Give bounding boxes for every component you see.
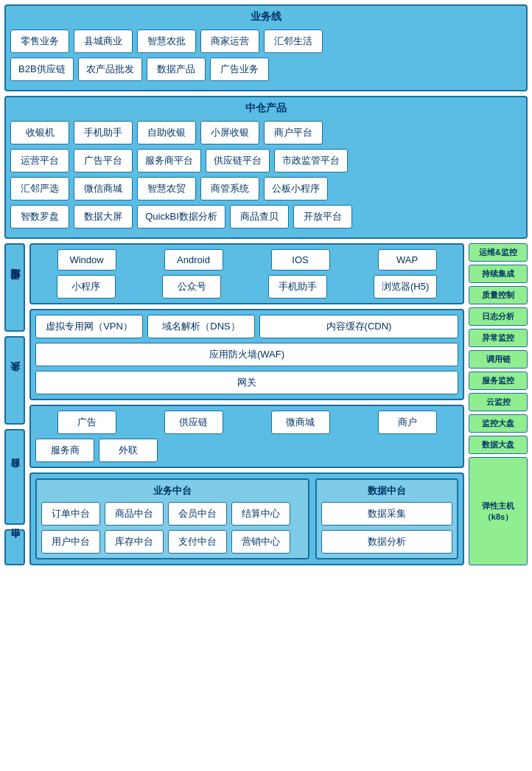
box-gongban: 公板小程序 — [264, 177, 328, 200]
sidebar-jkdp: 监控大盘 — [469, 414, 528, 433]
box-xiaochengxu: 小程序 — [57, 275, 116, 299]
jieru-section: 虚拟专用网（VPN） 域名解析（DNS） 内容缓存(CDN) 应用防火墙(WAF… — [29, 309, 464, 400]
box-waf: 应用防火墙(WAF) — [35, 343, 458, 366]
zhongcai-section: 中仓产品 收银机 手机助手 自助收银 小屏收银 商户平台 运营平台 广告平台 服… — [4, 96, 528, 239]
box-ios: IOS — [271, 249, 330, 271]
box-zhihuinm: 智慧农贸 — [137, 177, 196, 200]
zhongcai-row1: 收银机 手机助手 自助收银 小屏收银 商户平台 — [10, 121, 522, 144]
sidebar-chixu: 持续集成 — [469, 265, 528, 283]
box-kaifang: 开放平台 — [293, 205, 352, 228]
box-b2b: B2B供应链 — [10, 57, 74, 81]
box-shoujizs: 手机助手 — [74, 121, 133, 144]
qiantai-section: 广告 供应链 微商城 商户 服务商 外联 — [29, 405, 464, 468]
right-sidebar: 运维&监控 持续集成 质量控制 日志分析 异常监控 调用链 服务监控 云监控 监… — [469, 243, 528, 565]
box-android: Android — [164, 249, 223, 271]
box-gongzhonghao: 公众号 — [162, 275, 221, 299]
box-yonghu: 用户中台 — [41, 530, 100, 554]
sidebar-rizhi: 日志分析 — [469, 307, 528, 326]
qiantai-row1: 广告 供应链 微商城 商户 — [35, 411, 458, 434]
yewu-zhongtai: 业务中台 订单中台 商品中台 会员中台 结算中心 用户中台 库存中台 支付中台 … — [35, 478, 309, 559]
box-dns: 域名解析（DNS） — [147, 315, 255, 338]
yewuxian-title: 业务线 — [10, 10, 522, 24]
box-wap: WAP — [378, 249, 437, 271]
box-shangpin: 商品查贝 — [230, 205, 289, 228]
box-weishangcheng: 微商城 — [271, 411, 330, 434]
box-weixinsc: 微信商城 — [74, 177, 133, 200]
shuju-zhongtai-title: 数据中台 — [321, 484, 452, 498]
box-yingxiao: 营销中心 — [231, 530, 290, 554]
box-shanghu: 商户 — [378, 411, 437, 434]
box-window: Window — [57, 249, 116, 271]
box-shangjia: 商家运营 — [200, 29, 259, 53]
box-zhishulb: 智数罗盘 — [10, 205, 69, 228]
zhongcai-row2: 运营平台 广告平台 服务商平台 供应链平台 市政监管平台 — [10, 149, 522, 172]
sidebar-yunwei: 运维&监控 — [469, 243, 528, 262]
bottom-area: 前端应用 接入 前台 中台 Window Android IOS WAP 小程序… — [4, 243, 528, 565]
box-wangguan: 网关 — [35, 371, 458, 394]
frontend-row1: Window Android IOS WAP — [35, 249, 458, 271]
yewu-row1: 订单中台 商品中台 会员中台 结算中心 — [41, 502, 304, 526]
box-shujufx: 数据分析 — [321, 530, 452, 554]
label-frontend-app: 前端应用 — [4, 243, 25, 332]
sidebar-fuwujk: 服务监控 — [469, 371, 528, 390]
box-zhihuinongpi: 智慧农批 — [137, 29, 196, 53]
qiantai-row2: 服务商 外联 — [35, 439, 458, 462]
sidebar-tanxing: 弹性主机（k8s） — [469, 457, 528, 565]
box-kucun: 库存中台 — [105, 530, 164, 554]
box-gongyinglian2: 供应链 — [164, 411, 223, 434]
box-shangguan: 商管系统 — [200, 177, 259, 200]
box-zhifu: 支付中台 — [168, 530, 227, 554]
box-yunying: 运营平台 — [10, 149, 69, 172]
main-container: 业务线 零售业务 县城商业 智慧农批 商家运营 汇邻生活 B2B供应链 农产品批… — [0, 0, 532, 570]
box-huiyuan: 会员中台 — [168, 502, 227, 526]
yewuxian-row1: 零售业务 县城商业 智慧农批 商家运营 汇邻生活 — [10, 29, 522, 53]
box-xiaoping: 小屏收银 — [200, 121, 259, 144]
sidebar-diaoyon: 调用链 — [469, 350, 528, 369]
sidebar-yunjk: 云监控 — [469, 393, 528, 411]
box-liulanqi: 浏览器(H5) — [374, 275, 437, 299]
box-quickbi: QuickBI数据分析 — [137, 205, 225, 228]
box-fuwushang: 服务商平台 — [137, 149, 201, 172]
label-qiantai: 前台 — [4, 429, 25, 525]
frontend-section: Window Android IOS WAP 小程序 公众号 手机助手 浏览器(… — [29, 243, 464, 304]
sidebar-shujudp2: 数据大盘 — [469, 436, 528, 454]
yewuxian-row2: B2B供应链 农产品批发 数据产品 广告业务 — [10, 57, 522, 81]
box-shouyin: 收银机 — [10, 121, 69, 144]
box-zizhu: 自助收银 — [137, 121, 196, 144]
box-guanggao2: 广告 — [57, 411, 116, 434]
box-xiancheng: 县城商业 — [74, 29, 133, 53]
box-shanghupf: 商户平台 — [264, 121, 323, 144]
box-huilinyx: 汇邻严选 — [10, 177, 69, 200]
shuju-zhongtai: 数据中台 数据采集 数据分析 — [315, 478, 458, 559]
box-cdn: 内容缓存(CDN) — [259, 315, 458, 338]
sidebar-zhiliang: 质量控制 — [469, 286, 528, 304]
label-zhongtai: 中台 — [4, 529, 25, 565]
yewu-zhongtai-title: 业务中台 — [41, 484, 304, 498]
box-shuju: 数据产品 — [147, 57, 206, 81]
zhongcai-row3: 汇邻严选 微信商城 智慧农贸 商管系统 公板小程序 — [10, 177, 522, 200]
yewuxian-section: 业务线 零售业务 县城商业 智慧农批 商家运营 汇邻生活 B2B供应链 农产品批… — [4, 4, 528, 91]
zhongcai-row4: 智数罗盘 数据大屏 QuickBI数据分析 商品查贝 开放平台 — [10, 205, 522, 228]
box-shujudp: 数据大屏 — [74, 205, 133, 228]
label-jierú: 接入 — [4, 336, 25, 425]
box-guanggaopf: 广告平台 — [74, 149, 133, 172]
box-shizheng: 市政监管平台 — [274, 149, 348, 172]
box-guanggao: 广告业务 — [210, 57, 269, 81]
box-shangpin2: 商品中台 — [105, 502, 164, 526]
box-shoujizs2: 手机助手 — [268, 275, 327, 299]
box-jiesuan: 结算中心 — [231, 502, 290, 526]
box-dingdan: 订单中台 — [41, 502, 100, 526]
zhongcai-title: 中仓产品 — [10, 102, 522, 115]
box-gongyinglian: 供应链平台 — [206, 149, 270, 172]
box-shujucj: 数据采集 — [321, 502, 452, 526]
box-nongchan: 农产品批发 — [78, 57, 142, 81]
box-wailian: 外联 — [99, 439, 158, 462]
frontend-row2: 小程序 公众号 手机助手 浏览器(H5) — [35, 275, 458, 299]
box-huilin: 汇邻生活 — [264, 29, 323, 53]
yewu-row2: 用户中台 库存中台 支付中台 营销中心 — [41, 530, 304, 554]
box-lingshou: 零售业务 — [10, 29, 69, 53]
box-vpn: 虚拟专用网（VPN） — [35, 315, 143, 338]
sidebar-yichang: 异常监控 — [469, 329, 528, 347]
zhongtai-section: 业务中台 订单中台 商品中台 会员中台 结算中心 用户中台 库存中台 支付中台 … — [29, 472, 464, 565]
box-fuwushang2: 服务商 — [35, 439, 94, 462]
